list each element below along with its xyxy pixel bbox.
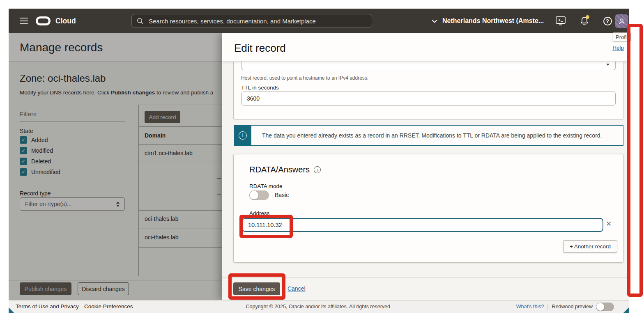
record-type-dropdown[interactable]: [241, 62, 616, 70]
corner-accent: [9, 307, 14, 313]
search-input[interactable]: [148, 17, 367, 25]
info-banner-message: The data you entered already exists as a…: [251, 125, 623, 146]
address-input[interactable]: [242, 218, 603, 232]
save-changes-button[interactable]: Save changes: [233, 282, 280, 295]
main-content: Manage records Zone: oci-thales.lab Modi…: [9, 33, 629, 300]
profile-avatar[interactable]: [615, 14, 628, 28]
region-label: Netherlands Northwest (Amste...: [442, 17, 544, 25]
toggle-knob: [596, 303, 604, 311]
whats-this-link[interactable]: What's this?: [516, 304, 544, 310]
rdata-heading: RDATA/Answers i: [249, 165, 321, 174]
edit-record-panel: Edit record Help Host record, used to po…: [222, 33, 629, 300]
global-search[interactable]: [131, 14, 372, 28]
cloud-shell-icon[interactable]: [555, 9, 566, 33]
info-icon: i: [239, 131, 247, 140]
brand-title: Cloud: [55, 9, 76, 33]
ttl-input[interactable]: [241, 92, 616, 105]
corner-accent: [623, 307, 629, 313]
modal-help-link[interactable]: Help: [612, 45, 624, 51]
divider: [222, 277, 629, 278]
annotation-box-right-edge: [627, 24, 643, 297]
oracle-logo-icon[interactable]: [36, 16, 51, 25]
record-type-helper-text: Host record, used to point a hostname to…: [241, 75, 368, 81]
search-icon: [137, 18, 144, 25]
cancel-link[interactable]: Cancel: [288, 285, 306, 292]
info-banner: i The data you entered already exists as…: [234, 125, 623, 146]
caret-down-icon: [606, 64, 610, 66]
another-record-button[interactable]: + Another record: [563, 240, 617, 253]
chevron-down-icon: [432, 19, 437, 23]
ttl-label: TTL in seconds: [241, 85, 279, 91]
rdata-mode-value: Basic: [275, 192, 289, 198]
info-banner-icon-block: i: [234, 125, 251, 146]
footer-right-group: What's this? | Redwood preview: [516, 300, 614, 313]
notification-dot: [586, 15, 589, 19]
rdata-mode-toggle[interactable]: [249, 190, 269, 200]
redwood-preview-toggle[interactable]: [596, 303, 614, 311]
notifications-bell-icon[interactable]: [579, 9, 590, 33]
modal-dim-overlay: [9, 33, 222, 300]
help-icon[interactable]: ?: [602, 9, 613, 33]
app-window: Cloud Netherlands Northwest (Amste... ?: [9, 9, 629, 313]
info-icon[interactable]: i: [314, 166, 321, 173]
modal-title: Edit record: [234, 42, 286, 55]
toggle-knob: [250, 191, 258, 199]
hamburger-menu-icon[interactable]: [20, 18, 28, 24]
redwood-preview-label: Redwood preview: [552, 304, 593, 310]
region-selector[interactable]: Netherlands Northwest (Amste...: [432, 9, 544, 33]
clear-address-icon[interactable]: ✕: [606, 220, 612, 227]
address-label: Address: [249, 210, 270, 216]
rdata-answers-card: RDATA/Answers i RDATA mode Basic Address…: [233, 154, 623, 263]
record-type-card: Host record, used to point a hostname to…: [233, 62, 623, 120]
topbar: Cloud Netherlands Northwest (Amste... ?: [9, 9, 629, 33]
separator: |: [547, 304, 548, 310]
rdata-mode-label: RDATA mode: [249, 183, 283, 189]
app-footer: Terms of Use and Privacy Cookie Preferen…: [9, 300, 629, 313]
profile-tooltip: Profil: [613, 32, 631, 41]
